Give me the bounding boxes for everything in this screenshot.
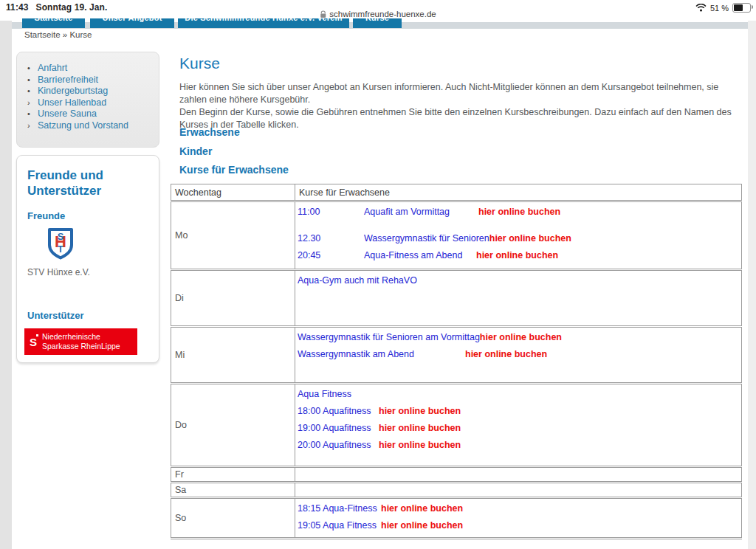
weekday-cell: Mi [171, 327, 295, 384]
nav-item-2[interactable]: Unser Angebot [90, 18, 174, 28]
course-link[interactable]: Aqua-Fitness am Abend [364, 250, 476, 261]
booking-link[interactable]: hier online buchen [465, 349, 547, 359]
course-link[interactable]: Wassergymnastik für Senioren am Vormitta… [298, 332, 480, 343]
course-link[interactable]: 19:05 Aqua Fitness [298, 520, 381, 531]
bullet-icon: • [27, 63, 32, 72]
status-icons: 51 % [695, 3, 751, 13]
sidebar-item-kindergeburtstag[interactable]: •Kindergeburtstag [27, 86, 151, 97]
status-time-date: 11:43Sonntag 19. Jan. [6, 2, 108, 13]
supporters-label: Unterstützer [27, 310, 150, 321]
intro-line-2: Den Beginn der Kurse, sowie die Gebühren… [179, 106, 748, 131]
table-row: DoAqua Fitness18:00 Aquafitnesshier onli… [171, 384, 742, 467]
intro-line-1: Hier können Sie sich über unser Angebot … [179, 81, 748, 106]
courses-cell: 18:15 Aqua-Fitnesshier online buchen19:0… [295, 498, 742, 539]
friends-label: Freunde [27, 210, 150, 221]
course-table-body: Mo11:00Aquafit am Vormittaghier online b… [171, 201, 742, 539]
courses-cell: Aqua-Gym auch mit RehaVO [295, 270, 742, 327]
breadcrumb-home-link[interactable]: Startseite [24, 30, 61, 39]
clock: 11:43 [6, 2, 29, 13]
stv-huenxe-logo[interactable]: H S T [47, 227, 150, 263]
battery-icon [732, 3, 751, 13]
chevron-right-icon: › [27, 121, 32, 130]
booking-link[interactable]: hier online buchen [379, 406, 461, 416]
stv-shield-icon: H S T [47, 227, 75, 260]
sidebar-item-barrierefreiheit[interactable]: •Barrierefreiheit [27, 75, 151, 86]
booking-link[interactable]: hier online buchen [480, 332, 562, 342]
header-kurse: Kurse für Erwachsene [295, 184, 742, 201]
page-left-margin [0, 21, 12, 549]
breadcrumb-separator: » [63, 30, 67, 39]
bullet-icon: • [27, 109, 32, 118]
booking-link[interactable]: hier online buchen [381, 520, 463, 531]
breadcrumb-current: Kurse [69, 30, 92, 39]
sidebar-item-unser-hallenbad[interactable]: ›Unser Hallenbad [27, 97, 151, 109]
weekday-cell: Fr [171, 467, 295, 483]
course-link[interactable]: Aqua Fitness [298, 389, 351, 399]
table-row: So18:15 Aqua-Fitnesshier online buchen19… [171, 498, 742, 539]
courses-cell: 11:00Aquafit am Vormittaghier online buc… [295, 201, 742, 270]
sidebar-item-unsere-sauna[interactable]: •Unsere Sauna [27, 108, 151, 120]
course-table: Wochentag Kurse für Erwachsene Mo11:00Aq… [171, 184, 742, 539]
table-row: Sa [171, 483, 742, 498]
booking-link[interactable]: hier online buchen [379, 440, 461, 450]
course-link[interactable]: Wassergymnastik am Abend [298, 349, 465, 360]
course-link[interactable]: 20:00 Aquafitness [298, 440, 379, 451]
nav-item-1[interactable]: Startseite [22, 18, 85, 28]
table-row: MiWassergymnastik für Senioren am Vormit… [171, 327, 742, 384]
supporters-box-title: Freunde und Unterstützer [27, 168, 123, 198]
battery-percent: 51 % [710, 4, 729, 13]
course-link[interactable]: 20:45 [298, 250, 364, 261]
page-title: Kurse [179, 55, 220, 72]
intro-paragraph: Hier können Sie sich über unser Angebot … [179, 81, 748, 131]
sidebar-item-satzung-und-vorstand[interactable]: ›Satzung und Vorstand [27, 120, 151, 132]
weekday-cell: Di [171, 270, 295, 327]
course-link[interactable]: Aquafit am Vormittag [364, 207, 478, 218]
course-link[interactable]: 19:00 Aquafitness [298, 423, 379, 434]
supporters-box: Freunde und Unterstützer Freunde H S T S… [16, 155, 159, 363]
course-link[interactable]: 18:15 Aqua-Fitness [298, 503, 381, 514]
courses-cell [295, 467, 742, 483]
course-link[interactable]: Wassergymnastik für Senioren [364, 233, 489, 244]
svg-text:S: S [58, 231, 64, 242]
sidebar-item-anfahrt[interactable]: •Anfahrt [27, 63, 151, 75]
address-bar[interactable]: schwimmfreunde-huenxe.de [320, 10, 436, 18]
sidebar-nav-box: •Anfahrt •Barrierefreiheit •Kindergeburt… [16, 52, 159, 148]
course-link[interactable]: Aqua-Gym auch mit RehaVO [298, 275, 417, 286]
bullet-icon: • [27, 86, 32, 95]
header-wochentag: Wochentag [171, 184, 295, 201]
wifi-icon [695, 4, 707, 12]
ipad-safari-screen: 11:43Sonntag 19. Jan. schwimmfreunde-hue… [0, 0, 756, 549]
section-link-erwachsene[interactable]: Erwachsene [179, 126, 240, 138]
booking-link[interactable]: hier online buchen [478, 207, 560, 217]
booking-link[interactable]: hier online buchen [476, 250, 558, 260]
status-bar: 11:43Sonntag 19. Jan. schwimmfreunde-hue… [0, 0, 756, 21]
booking-link[interactable]: hier online buchen [381, 503, 463, 514]
stv-huenxe-link[interactable]: STV Hünxe e.V. [27, 267, 150, 277]
url-text: schwimmfreunde-huenxe.de [329, 10, 436, 18]
weekday-cell: Mo [171, 201, 295, 270]
section-heading-kurse-fuer-erwachsene[interactable]: Kurse für Erwachsene [179, 164, 289, 176]
sparkasse-s-icon: S [30, 336, 37, 348]
courses-cell [295, 483, 742, 498]
courses-cell: Aqua Fitness18:00 Aquafitnesshier online… [295, 384, 742, 467]
nav-item-3[interactable]: Die Schwimmfreunde Hünxe e.V. Verein [178, 18, 349, 28]
courses-cell: Wassergymnastik für Senioren am Vormitta… [295, 327, 742, 384]
chevron-right-icon: › [27, 98, 32, 107]
course-link[interactable]: 11:00 [298, 207, 364, 218]
status-date: Sonntag 19. Jan. [36, 2, 108, 13]
sparkasse-banner[interactable]: S Niederrheinische Sparkasse RheinLippe [24, 328, 137, 355]
weekday-cell: So [171, 498, 295, 539]
booking-link[interactable]: hier online buchen [489, 233, 571, 244]
booking-link[interactable]: hier online buchen [379, 423, 461, 433]
course-link[interactable]: 18:00 Aquafitness [298, 406, 379, 417]
page-right-margin [748, 21, 756, 549]
breadcrumb: Startseite » Kurse [24, 30, 92, 39]
weekday-cell: Sa [171, 483, 295, 498]
lock-icon [320, 10, 326, 18]
section-link-kinder[interactable]: Kinder [179, 145, 212, 157]
table-row: DiAqua-Gym auch mit RehaVO [171, 270, 742, 327]
nav-item-4[interactable]: Kurse [353, 18, 402, 28]
weekday-cell: Do [171, 384, 295, 467]
table-header-row: Wochentag Kurse für Erwachsene [171, 184, 742, 201]
course-link[interactable]: 12.30 [298, 233, 364, 244]
